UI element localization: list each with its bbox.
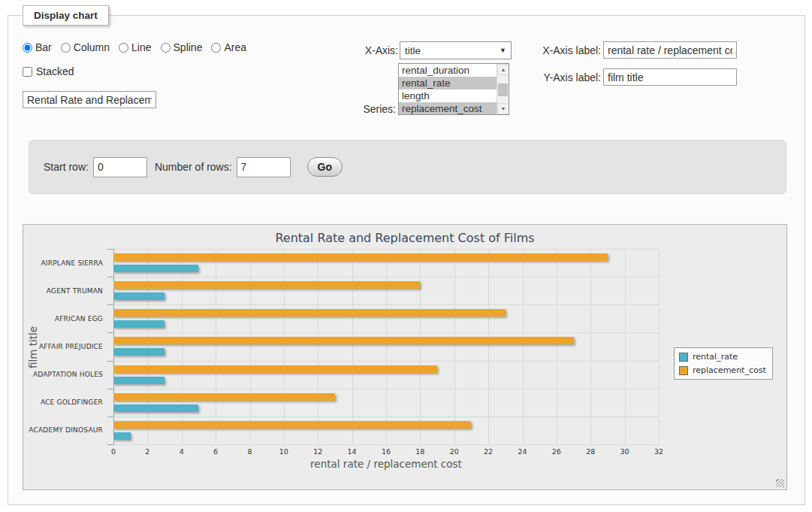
start-row-label: Start row:	[44, 161, 89, 173]
category-label: AFRICAN EGG	[55, 315, 103, 323]
series-multiselect[interactable]: rental_duration rental_rate length repla…	[398, 63, 509, 115]
gridline-vertical	[590, 249, 591, 444]
gridline-vertical	[182, 249, 183, 444]
xaxis-tick-label: 2	[145, 447, 149, 456]
legend-item-rental-rate[interactable]: rental_rate	[679, 352, 766, 362]
bar-replacement_cost	[113, 253, 608, 261]
gridline-vertical	[147, 249, 148, 444]
xaxis-tick-label: 4	[180, 447, 184, 456]
series-option-rental-duration[interactable]: rental_duration	[399, 64, 509, 77]
gridline-vertical	[216, 249, 216, 444]
gridline-vertical	[113, 249, 114, 444]
category-axis-labels: AIRPLANE SIERRAAGENT TRUMANAFRICAN EGGAF…	[23, 249, 107, 444]
resize-grip[interactable]	[776, 479, 784, 487]
gridline-horizontal	[113, 361, 659, 362]
gridline-vertical	[352, 249, 353, 444]
radio-spline[interactable]	[161, 43, 171, 53]
xaxis-tick-label: 22	[484, 447, 493, 456]
series-list-label: Series:	[334, 103, 396, 115]
yaxis-label-input[interactable]	[603, 68, 737, 86]
chart-xaxis-title: rental rate / replacement cost	[113, 458, 659, 470]
stacked-checkbox[interactable]	[23, 67, 32, 77]
go-button[interactable]: Go	[307, 157, 343, 177]
chart-container: Rental Rate and Replacement Cost of Film…	[23, 224, 787, 490]
stacked-label[interactable]: Stacked	[36, 65, 74, 77]
category-label: AIRPLANE SIERRA	[41, 259, 103, 267]
category-tick-mark	[107, 417, 113, 417]
radio-line-label[interactable]: Line	[131, 41, 151, 53]
display-chart-panel: Display chart Bar Column Line Spline Are…	[8, 15, 805, 505]
gridline-horizontal	[113, 304, 659, 305]
legend-label-rental-rate: rental_rate	[693, 352, 738, 362]
bar-rental_rate	[113, 320, 165, 328]
gridline-horizontal	[113, 332, 659, 333]
gridline-vertical	[488, 249, 489, 444]
bar-replacement_cost	[113, 365, 437, 373]
bar-rental_rate	[113, 348, 165, 356]
radio-bar-label[interactable]: Bar	[35, 41, 52, 53]
radio-column[interactable]	[61, 43, 71, 53]
xaxis-tick-label: 0	[111, 447, 116, 456]
bar-rental_rate	[113, 404, 198, 412]
category-tick-mark	[107, 332, 113, 333]
start-row-input[interactable]	[93, 157, 147, 177]
category-tick-mark	[107, 444, 113, 445]
xaxis-tick-label: 10	[279, 447, 288, 456]
series-scrollbar[interactable]: ▲ ▼	[497, 64, 509, 114]
series-option-rental-rate[interactable]: rental_rate	[399, 77, 509, 89]
radio-area[interactable]	[211, 43, 221, 53]
legend-swatch-replacement-cost	[679, 366, 688, 375]
panel-legend: Display chart	[23, 5, 109, 26]
bar-rental_rate	[113, 432, 131, 440]
gridline-vertical	[557, 249, 557, 444]
plot-area	[113, 249, 659, 444]
bar-rental_rate	[113, 377, 165, 384]
legend-item-replacement-cost[interactable]: replacement_cost	[679, 365, 766, 375]
xaxis-tick-label: 28	[586, 447, 595, 456]
radio-area-label[interactable]: Area	[224, 41, 246, 53]
category-label: AGENT TRUMAN	[47, 287, 103, 295]
legend-swatch-rental-rate	[679, 353, 688, 362]
xaxis-tick-label: 30	[620, 447, 629, 456]
scroll-up-icon[interactable]: ▲	[497, 64, 509, 75]
xaxis-tick-label: 32	[654, 447, 663, 456]
category-tick-mark	[107, 277, 113, 277]
category-tick-mark	[107, 304, 113, 305]
stacked-row: Stacked	[23, 65, 74, 77]
series-option-replacement-cost[interactable]: replacement_cost	[399, 102, 509, 115]
xaxis-label-input[interactable]	[603, 41, 737, 59]
xaxis-select[interactable]: title ▼	[400, 41, 512, 59]
gridline-vertical	[284, 249, 285, 444]
xaxis-tick-label: 24	[518, 447, 527, 456]
gridline-vertical	[386, 249, 387, 444]
radio-bar[interactable]	[23, 43, 32, 53]
radio-spline-label[interactable]: Spline	[174, 41, 203, 53]
xaxis-tick-label: 14	[348, 447, 357, 456]
series-option-length[interactable]: length	[399, 89, 509, 102]
chart-title: Rental Rate and Replacement Cost of Film…	[23, 231, 786, 245]
gridline-horizontal	[113, 417, 659, 417]
gridline-vertical	[625, 249, 626, 444]
yaxis-label-label: Y-Axis label:	[530, 71, 601, 83]
radio-column-label[interactable]: Column	[74, 41, 110, 53]
xaxis-select-label: X-Axis:	[334, 44, 398, 56]
chart-legend: rental_rate replacement_cost	[674, 347, 773, 380]
xaxis-tick-label: 18	[415, 447, 424, 456]
category-tick-mark	[107, 249, 113, 250]
gridline-vertical	[318, 249, 318, 444]
gridline-vertical	[659, 249, 660, 444]
scrollbar-thumb[interactable]	[498, 83, 508, 96]
legend-label-replacement-cost: replacement_cost	[693, 365, 766, 375]
scroll-down-icon[interactable]: ▼	[497, 103, 509, 114]
num-rows-input[interactable]	[237, 157, 291, 177]
radio-line[interactable]	[119, 43, 128, 53]
bar-rental_rate	[113, 292, 165, 300]
gridline-horizontal	[113, 444, 659, 445]
panel-legend-text: Display chart	[34, 10, 98, 21]
xaxis-tick-label: 26	[552, 447, 561, 456]
bar-replacement_cost	[113, 309, 506, 317]
gridline-vertical	[454, 249, 455, 444]
chart-title-input[interactable]	[23, 91, 156, 108]
xaxis-label-label: X-Axis label:	[530, 44, 601, 56]
xaxis-tick-label: 20	[450, 447, 459, 456]
